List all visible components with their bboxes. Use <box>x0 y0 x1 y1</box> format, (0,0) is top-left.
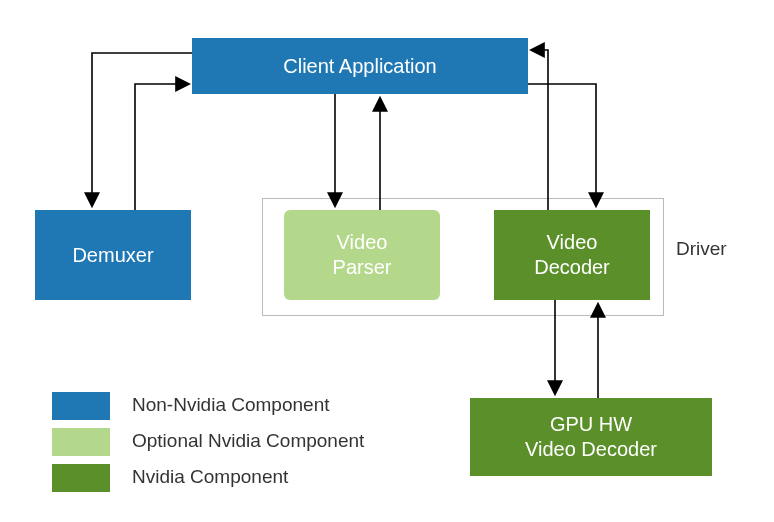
node-demuxer: Demuxer <box>35 210 191 300</box>
edge-client-to-decoder <box>528 84 596 205</box>
legend-swatch-non-nvidia <box>52 392 110 420</box>
node-label: GPU HW Video Decoder <box>525 412 657 462</box>
node-gpu-hw-video-decoder: GPU HW Video Decoder <box>470 398 712 476</box>
node-label: Video Decoder <box>534 230 610 280</box>
node-label: Demuxer <box>72 243 153 268</box>
legend-label-non-nvidia: Non-Nvidia Component <box>132 394 330 416</box>
edge-client-to-demuxer <box>92 53 192 205</box>
legend-swatch-optional-nvidia <box>52 428 110 456</box>
edge-demuxer-to-client <box>135 84 188 210</box>
node-video-decoder: Video Decoder <box>494 210 650 300</box>
legend-swatch-nvidia <box>52 464 110 492</box>
node-label: Video Parser <box>333 230 392 280</box>
edge-decoder-to-client <box>532 50 548 210</box>
node-label: Client Application <box>283 54 436 79</box>
node-client-application: Client Application <box>192 38 528 94</box>
legend-label-nvidia: Nvidia Component <box>132 466 288 488</box>
node-video-parser: Video Parser <box>284 210 440 300</box>
legend-label-optional-nvidia: Optional Nvidia Component <box>132 430 364 452</box>
driver-group-label: Driver <box>676 238 727 260</box>
